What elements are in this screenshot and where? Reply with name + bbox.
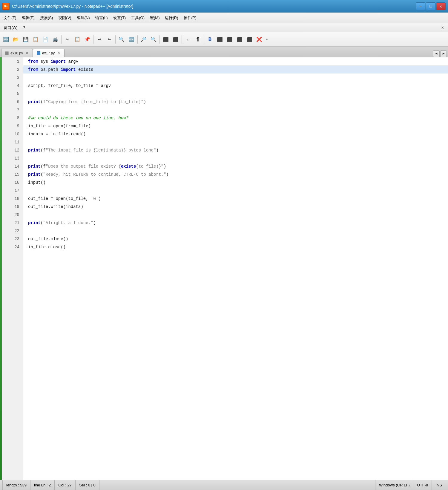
code-line-19: out_file.write(indata) <box>23 203 448 211</box>
menu-help[interactable]: ? <box>21 24 27 31</box>
line-num-5: 5 <box>2 90 23 98</box>
status-bar: length : 539 line Ln : 2 Col : 27 Sel : … <box>0 480 448 490</box>
menu-settings[interactable]: 设置(T) <box>111 14 128 22</box>
toolbar-sep-6 <box>182 35 182 44</box>
line-num-2: 2 <box>2 65 23 74</box>
tab-nav-next[interactable]: ► <box>440 50 447 57</box>
line-num-4: 4 <box>2 82 23 90</box>
menu-encode[interactable]: 编码(N) <box>74 14 92 22</box>
menu-view[interactable]: 视图(V) <box>56 14 73 22</box>
toolbar-b2[interactable]: ⬛ <box>215 35 225 44</box>
code-line-4: script, from_file, to_file = argv <box>23 82 448 90</box>
toolbar-b3[interactable]: ⬛ <box>225 35 234 44</box>
line-num-22: 22 <box>2 227 23 235</box>
status-col: Col : 27 <box>55 480 76 490</box>
toolbar-find[interactable]: 🔍 <box>117 35 126 44</box>
tab-ex17[interactable]: ex17.py ✕ <box>33 49 65 57</box>
toolbar-findreplace[interactable]: 🔤 <box>127 35 136 44</box>
menu-edit[interactable]: 编辑(E) <box>19 14 37 22</box>
toolbar-closeall[interactable]: 📄 <box>41 35 50 44</box>
line-num-6: 6 <box>2 98 23 106</box>
status-encoding: UTF-8 <box>413 480 432 490</box>
line-num-21: 21 <box>2 219 23 227</box>
tab-close-ex17[interactable]: ✕ <box>56 51 61 55</box>
toolbar-more[interactable]: » <box>264 35 269 44</box>
close-button[interactable]: ✕ <box>436 2 446 10</box>
toolbar-zoom-out[interactable]: 🔍 <box>149 35 158 44</box>
line-num-8: 8 <box>2 114 23 122</box>
minimize-button[interactable]: − <box>416 2 425 10</box>
code-line-20 <box>23 211 448 219</box>
toolbar-sync-v[interactable]: ⬛ <box>161 35 171 44</box>
tab-label-ex17: ex17.py <box>42 51 55 55</box>
tab-nav: ◄ ► <box>433 50 447 57</box>
menu-file[interactable]: 文件(F) <box>1 14 19 22</box>
toolbar-paste[interactable]: 📌 <box>82 35 92 44</box>
menu-plugins[interactable]: 插件(P) <box>181 14 199 22</box>
menu-language[interactable]: 语言(L) <box>93 14 110 22</box>
code-line-7 <box>23 106 448 114</box>
toolbar-close[interactable]: 📋 <box>31 35 40 44</box>
toolbar-zoom-in[interactable]: 🔎 <box>139 35 148 44</box>
toolbar-b6[interactable]: ❌ <box>254 35 264 44</box>
toolbar-new[interactable]: 🆕 <box>1 35 11 44</box>
status-length: length : 539 <box>2 480 30 490</box>
toolbar-wrap[interactable]: ↵ <box>183 35 193 44</box>
code-line-23: out_file.close() <box>23 235 448 243</box>
toolbar-undo[interactable]: ↩ <box>95 35 104 44</box>
code-line-21: print("Alright, all done.") <box>23 219 448 227</box>
toolbar-redo[interactable]: ↪ <box>105 35 114 44</box>
code-line-13 <box>23 154 448 162</box>
toolbar-cut[interactable]: ✂️ <box>63 35 72 44</box>
line-numbers: 1 2 3 4 5 6 7 8 9 10 11 12 13 14 15 16 1… <box>2 57 23 480</box>
toolbar-b4[interactable]: ⬛ <box>235 35 244 44</box>
toolbar-sep-1 <box>61 35 62 44</box>
app-icon: N+ <box>2 3 10 10</box>
menu-tools[interactable]: 工具(O) <box>129 14 147 22</box>
line-num-11: 11 <box>2 138 23 146</box>
toolbar-b1[interactable]: B <box>205 35 215 44</box>
line-num-15: 15 <box>2 170 23 178</box>
menu-run[interactable]: 运行(R) <box>162 14 180 22</box>
code-line-10: indata = in_file.read() <box>23 130 448 138</box>
code-line-16: input() <box>23 178 448 186</box>
line-num-1: 1 <box>2 57 23 65</box>
code-content[interactable]: from sys import argv from os.path import… <box>23 57 448 480</box>
tab-nav-prev[interactable]: ◄ <box>433 50 440 57</box>
code-line-18: out_file = open(to_file, 'w') <box>23 195 448 203</box>
menu-search[interactable]: 搜索(S) <box>38 14 55 22</box>
toolbar-sep-4 <box>137 35 138 44</box>
toolbar-open[interactable]: 📂 <box>11 35 21 44</box>
tab-label-ex16: ex16.py <box>10 51 23 55</box>
line-num-3: 3 <box>2 74 23 82</box>
toolbar-b5[interactable]: ⬛ <box>245 35 254 44</box>
code-line-6: print(f"Copying from {from_file} to {to_… <box>23 98 448 106</box>
code-line-8: #we could do these two on one line, how? <box>23 114 448 122</box>
toolbar-copy[interactable]: 📋 <box>73 35 82 44</box>
kw-from-2: from <box>28 67 38 72</box>
code-container: 1 2 3 4 5 6 7 8 9 10 11 12 13 14 15 16 1… <box>0 57 448 480</box>
line-num-23: 23 <box>2 235 23 243</box>
title-bar-left: N+ C:\Users\Administrator\ipthw\ex17.py … <box>2 3 133 10</box>
line-num-18: 18 <box>2 195 23 203</box>
tab-close-ex16[interactable]: ✕ <box>25 51 29 55</box>
toolbar-indent[interactable]: ¶ <box>193 35 202 44</box>
maximize-button[interactable]: □ <box>426 2 435 10</box>
tab-icon-ex17 <box>37 51 40 55</box>
line-num-14: 14 <box>2 162 23 170</box>
menu-macro[interactable]: 宏(M) <box>148 14 162 22</box>
code-line-15: print("Ready, hit RETURN to continue, CT… <box>23 170 448 178</box>
status-line-ending: Windows (CR LF) <box>375 480 413 490</box>
code-line-3 <box>23 74 448 82</box>
toolbar-print[interactable]: 🖨️ <box>50 35 60 44</box>
tab-ex16[interactable]: ex16.py ✕ <box>1 49 33 57</box>
menu-window[interactable]: 窗口(W) <box>1 24 20 31</box>
line-num-10: 10 <box>2 130 23 138</box>
toolbar-sync-h[interactable]: ⬛ <box>171 35 180 44</box>
tab-icon-ex16 <box>5 51 9 55</box>
toolbar-save[interactable]: 💾 <box>21 35 30 44</box>
code-line-14: print(f"Does the output file exist? {exi… <box>23 162 448 170</box>
line-num-19: 19 <box>2 203 23 211</box>
line-num-13: 13 <box>2 154 23 162</box>
menu-close-x[interactable]: X <box>440 25 446 31</box>
